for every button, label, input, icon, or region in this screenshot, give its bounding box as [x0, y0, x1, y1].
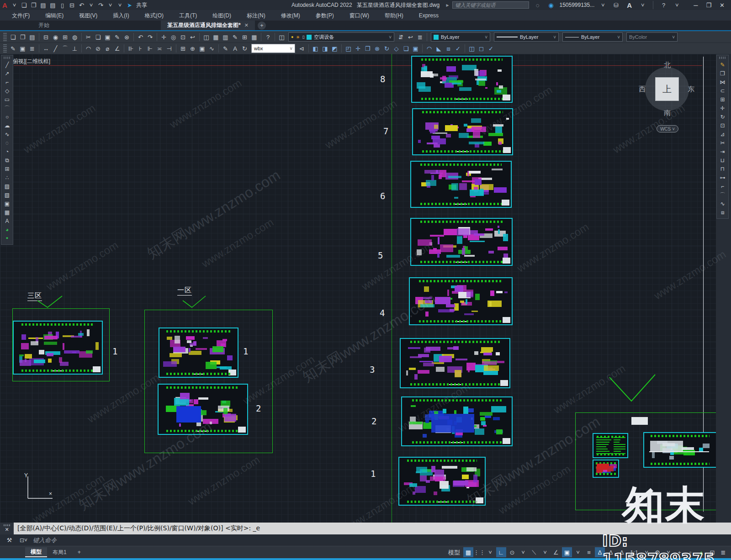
- thicken-icon[interactable]: ◻: [477, 44, 486, 53]
- plan-panel-2[interactable]: [401, 396, 513, 446]
- redo-icon[interactable]: ↷: [96, 0, 106, 10]
- spline-icon[interactable]: ∿: [3, 130, 11, 138]
- menu-item[interactable]: 文件(F): [10, 11, 32, 20]
- arc-length-dim-icon[interactable]: ⌒: [60, 44, 70, 53]
- rotate-icon[interactable]: ↻: [718, 113, 727, 121]
- angular-dim-icon[interactable]: ∠: [112, 44, 122, 53]
- dim-style-caret-icon[interactable]: ˅: [290, 46, 292, 51]
- help-caret-icon[interactable]: ˅: [672, 0, 682, 10]
- model-space-toggle[interactable]: 模型: [446, 547, 462, 557]
- wrench-icon[interactable]: ⚒: [5, 536, 14, 545]
- layer-states-icon[interactable]: ≣: [415, 32, 425, 42]
- account-name[interactable]: 1505999135...: [559, 2, 594, 8]
- close-button[interactable]: ✕: [720, 2, 725, 9]
- zoom-window-icon[interactable]: ⊡: [178, 32, 188, 42]
- point-icon[interactable]: ∴: [3, 174, 11, 181]
- color-combo-caret-icon[interactable]: ˅: [485, 35, 487, 40]
- chamfer-icon[interactable]: ⌐: [718, 182, 727, 190]
- extend-icon[interactable]: ⇥: [718, 148, 727, 155]
- table-icon[interactable]: ▦: [249, 32, 259, 42]
- properties-palette-icon[interactable]: ◫: [201, 32, 211, 42]
- tab-document[interactable]: 某五星级酒店通风排烟全套图*✕: [161, 21, 255, 30]
- layer-thaw-sun-icon[interactable]: ☀: [296, 35, 300, 40]
- object-snap-tracking-icon[interactable]: ∠: [551, 547, 561, 557]
- rotate-faces-icon[interactable]: ↻: [382, 44, 392, 53]
- menu-item[interactable]: 绘图(D): [211, 11, 233, 20]
- copy-icon[interactable]: ❐: [718, 69, 727, 77]
- polygon-icon[interactable]: ◇: [3, 87, 11, 95]
- legend-panel[interactable]: [593, 460, 619, 478]
- sheet-set-icon[interactable]: ⊞: [240, 32, 249, 42]
- notes-panel[interactable]: [593, 433, 628, 458]
- match-properties-icon[interactable]: ⊛: [122, 32, 132, 42]
- save-icon[interactable]: ▤: [27, 32, 37, 42]
- polar-caret-icon[interactable]: ˅: [518, 547, 528, 557]
- new-tab-button[interactable]: +: [258, 21, 266, 30]
- dim-space-icon[interactable]: ≍: [155, 44, 164, 53]
- viewcube-top-face[interactable]: 上: [655, 77, 679, 101]
- palette-grip[interactable]: [719, 57, 726, 59]
- quick-dim-icon[interactable]: ⊪: [126, 44, 136, 53]
- account-caret-icon[interactable]: ˅: [598, 0, 608, 10]
- help-icon[interactable]: ?: [263, 32, 273, 42]
- menu-item[interactable]: 帮助(H): [383, 11, 405, 20]
- intersect-icon[interactable]: ◩: [330, 44, 339, 53]
- plan-panel-zone3[interactable]: [13, 321, 103, 375]
- undo-caret-icon[interactable]: ˅: [86, 0, 96, 10]
- line-icon[interactable]: ╱: [3, 61, 11, 69]
- plan-panel-zone1-1[interactable]: [159, 328, 238, 378]
- drawing-canvas[interactable]: [-][俯视][二维线框] 上 北 西 东 南 WCS˅ 三区 一区: [0, 54, 731, 523]
- check-icon[interactable]: ✓: [453, 44, 463, 53]
- toolbar-grip[interactable]: [3, 44, 7, 53]
- viewcube-south-label[interactable]: 南: [664, 109, 671, 117]
- baseline-dim-icon[interactable]: ⊦: [136, 44, 145, 53]
- jog-line-icon[interactable]: ∿: [207, 44, 217, 53]
- continue-dim-icon[interactable]: ⊩: [145, 44, 155, 53]
- app-store-cart-icon[interactable]: ⛁: [611, 0, 621, 10]
- print-icon[interactable]: ⊟: [67, 0, 77, 10]
- array-icon[interactable]: ⊞: [718, 95, 727, 103]
- color-faces-icon[interactable]: ▣: [411, 44, 420, 53]
- autodesk-logo-icon[interactable]: A: [625, 0, 634, 10]
- isodraft-icon[interactable]: ⟍: [529, 547, 539, 557]
- layer-combo-caret-icon[interactable]: ˅: [389, 35, 392, 40]
- clean-icon[interactable]: ◠: [424, 44, 434, 53]
- dim-style-combo[interactable]: wbx ˅: [251, 44, 295, 53]
- solid-check-icon[interactable]: ✓: [486, 44, 496, 53]
- open-icon[interactable]: ❐: [18, 32, 27, 42]
- blend-curves-icon[interactable]: ∿: [718, 200, 727, 207]
- plan-panel-6[interactable]: [410, 161, 512, 208]
- dim-inspect-icon[interactable]: ▣: [197, 44, 207, 53]
- snap-caret-icon[interactable]: ˅: [485, 547, 495, 557]
- copy-clip-icon[interactable]: ❏: [93, 32, 103, 42]
- offset-faces-icon[interactable]: ❐: [363, 44, 372, 53]
- autodesk-caret-icon[interactable]: ˅: [638, 0, 647, 10]
- dim-break-icon[interactable]: ⊣: [164, 44, 174, 53]
- menu-item[interactable]: 标注(N): [245, 11, 267, 20]
- point-mode-icon[interactable]: ●: [3, 234, 11, 242]
- small-schedule-block[interactable]: [631, 417, 648, 425]
- layer-previous-icon[interactable]: ↩: [406, 32, 415, 42]
- slice-icon[interactable]: ◫: [467, 44, 477, 53]
- layer-combo[interactable]: ● ☀ ▯ 空调设备 ˅: [288, 32, 394, 42]
- taper-faces-icon[interactable]: ◇: [392, 44, 401, 53]
- tab-close-icon[interactable]: ✕: [244, 22, 249, 28]
- minimize-button[interactable]: ─: [694, 2, 698, 9]
- menu-item[interactable]: 修改(M): [279, 11, 302, 20]
- object-snap-icon[interactable]: ▣: [562, 547, 572, 557]
- stretch-icon[interactable]: ⊿: [718, 130, 727, 138]
- ellipse-arc-icon[interactable]: ◔: [3, 148, 11, 155]
- tab-start[interactable]: 开始: [32, 21, 56, 30]
- app-menu-caret-icon[interactable]: ˅: [10, 0, 19, 10]
- plan-panel-5[interactable]: [410, 218, 513, 266]
- dimstyle-apply-icon[interactable]: ⊲: [297, 44, 307, 53]
- subtract-icon[interactable]: ◨: [320, 44, 330, 53]
- qat-customize-caret-icon[interactable]: ˅: [115, 0, 125, 10]
- move-faces-icon[interactable]: ✛: [353, 44, 363, 53]
- make-block-icon[interactable]: ⊞: [3, 165, 11, 173]
- mtext-icon[interactable]: A: [3, 217, 11, 225]
- extrude-faces-icon[interactable]: ◰: [344, 44, 353, 53]
- arc-icon[interactable]: ⌒: [3, 104, 11, 112]
- snap-mode-icon[interactable]: ⋮⋮: [474, 547, 484, 557]
- color-combo[interactable]: ByLayer ˅: [431, 32, 490, 42]
